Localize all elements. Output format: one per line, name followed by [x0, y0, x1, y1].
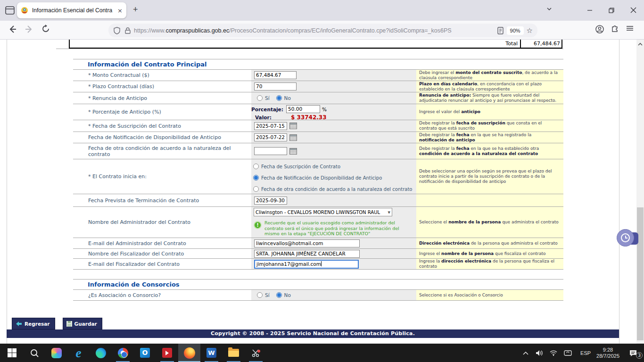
scrollbar-up-icon[interactable]: [638, 42, 643, 46]
text-input[interactable]: 2025-09-30: [254, 197, 287, 205]
field-label: * Fecha de Suscripción del Contrato: [88, 123, 181, 129]
floating-clock-widget[interactable]: [617, 229, 639, 248]
calendar-icon[interactable]: [289, 148, 297, 155]
taskbar-search[interactable]: [23, 344, 45, 362]
help-text: Seleccione el nombre de la persona que a…: [419, 220, 559, 225]
text-input[interactable]: [254, 147, 287, 155]
chrome-icon: [118, 348, 128, 358]
forward-icon[interactable]: [25, 25, 36, 36]
lock-icon[interactable]: [124, 27, 131, 34]
valor-anticipo: $ 33742.33: [291, 114, 327, 121]
divider: [56, 49, 563, 49]
section-title-consorcios: Información de Consorcios: [73, 279, 563, 290]
restore-button[interactable]: [601, 6, 622, 15]
tray-clock[interactable]: 9:2828/7/2025: [596, 347, 619, 359]
start-icon: [8, 348, 17, 357]
taskbar-file-explorer[interactable]: [223, 344, 245, 362]
extensions-icon[interactable]: [611, 25, 619, 34]
text-input[interactable]: jimjohanna17@gmail.com: [254, 260, 359, 269]
scrollbar-thumb[interactable]: [637, 207, 644, 340]
tray-language[interactable]: ESP: [580, 350, 591, 356]
taskbar-snipping-tool[interactable]: [245, 344, 267, 362]
zoom-level-badge[interactable]: 90%: [507, 26, 524, 35]
radio-button[interactable]: [257, 292, 263, 298]
search-icon: [30, 348, 39, 358]
shield-icon[interactable]: [113, 27, 121, 34]
calendar-icon[interactable]: [289, 134, 297, 141]
new-tab-button[interactable]: +: [133, 5, 138, 15]
help-cell: Debe seleccionar una opción según se pre…: [416, 159, 563, 194]
help-text: Debe registrar la fecha de suscripción q…: [419, 121, 561, 131]
reload-icon[interactable]: [41, 25, 53, 36]
taskbar-start[interactable]: [1, 344, 23, 362]
text-input[interactable]: 67,484.67: [254, 71, 297, 79]
form-row-4: * Fecha de Suscripción del Contrato2025-…: [73, 120, 563, 132]
word-icon: W: [206, 348, 216, 358]
administrador-select[interactable]: Cliwinsgton - CEVALLOS MORENO LIWINSGTON…: [254, 208, 392, 216]
form-row-0: * Monto Contractual ($)67,484.67Debe ing…: [73, 70, 563, 81]
form-row-11: Nombre del Fiscalizador del ContratoSRTA…: [73, 249, 563, 259]
firefox-view-icon[interactable]: [5, 6, 15, 15]
help-text: Seleccione si es Asociación o Consorcio: [419, 293, 503, 298]
field-control: 2025-09-30: [251, 194, 416, 206]
help-cell: [416, 194, 563, 206]
notification-count: 3: [636, 352, 643, 359]
total-label: Total: [70, 40, 520, 48]
taskbar-acrobat[interactable]: [156, 344, 178, 362]
tray-wifi-icon[interactable]: [546, 350, 561, 356]
radio-button[interactable]: [276, 292, 282, 298]
form-rows: * Monto Contractual ($)67,484.67Debe ing…: [73, 70, 563, 270]
back-icon[interactable]: [8, 25, 19, 36]
url-text[interactable]: https://www.compraspublicas.gob.ec/Proce…: [134, 27, 497, 34]
text-input[interactable]: 2025-07-15: [254, 122, 287, 130]
browser-tab[interactable]: Información Esencial del Contra ×: [17, 2, 126, 18]
radio-button[interactable]: [276, 95, 282, 101]
radio-button[interactable]: [253, 164, 259, 169]
taskbar-copilot[interactable]: [45, 344, 67, 362]
help-cell: Seleccione el nombre de la persona que a…: [416, 207, 563, 238]
field-control: jimjohanna17@gmail.com: [251, 259, 416, 269]
text-input[interactable]: liwincevallos@hotmail.com: [254, 239, 360, 247]
radio-button[interactable]: [257, 95, 263, 101]
taskbar-internet-explorer[interactable]: e: [67, 344, 90, 362]
text-input[interactable]: 50.00: [286, 105, 320, 113]
taskbar-word[interactable]: W: [200, 344, 223, 362]
tray-volume-icon[interactable]: [532, 350, 546, 356]
taskbar-edge[interactable]: [90, 344, 112, 362]
file-explorer-icon: [228, 349, 239, 357]
acrobat-icon: [162, 348, 172, 358]
close-button[interactable]: [622, 6, 644, 15]
calendar-icon[interactable]: [289, 123, 297, 129]
url-bar[interactable]: https://www.compraspublicas.gob.ec/Proce…: [108, 24, 537, 37]
field-control: SRTA. JOHANNA JIMÉNEZ CANDELAR: [251, 249, 416, 258]
taskbar-chrome[interactable]: [112, 344, 134, 362]
notification-center-icon[interactable]: 3: [626, 349, 640, 357]
taskbar-outlook[interactable]: O: [134, 344, 156, 362]
regresar-button[interactable]: Regresar: [12, 318, 55, 329]
tab-list-icon[interactable]: [546, 6, 553, 12]
radio-button[interactable]: [253, 175, 259, 181]
text-input[interactable]: 2025-07-22: [254, 133, 287, 141]
menu-hamburger-icon[interactable]: [626, 25, 634, 34]
field-control: [251, 143, 416, 159]
radio-button[interactable]: [253, 186, 259, 192]
reader-mode-icon[interactable]: [497, 27, 504, 34]
tray-display-icon[interactable]: [561, 350, 575, 356]
text-input[interactable]: SRTA. JOHANNA JIMÉNEZ CANDELAR: [254, 250, 360, 258]
field-label: * Renuncia de Anticipo: [88, 95, 147, 101]
guardar-button[interactable]: Guardar: [63, 318, 102, 329]
account-icon[interactable]: [595, 25, 604, 34]
copilot-icon: [51, 348, 62, 358]
web-page: Total 67,484.67 Información del Contrato…: [0, 40, 644, 344]
section-title-contrato-principal: Información del Contrato Principal: [73, 59, 563, 70]
tab-close-icon[interactable]: ×: [117, 7, 123, 14]
bookmark-star-icon[interactable]: ☆: [527, 26, 533, 35]
taskbar-firefox[interactable]: [178, 344, 200, 362]
text-input[interactable]: 70: [254, 82, 297, 90]
help-text: Debe ingresar el monto del contrato susc…: [419, 70, 561, 81]
help-text: Dirección electrónica de la persona que …: [419, 241, 558, 246]
form-row-8: Fecha Prevista de Terminación de Contrat…: [73, 194, 563, 207]
tray-chevron-icon[interactable]: [519, 351, 532, 355]
page-scrollbar[interactable]: [636, 40, 644, 344]
minimize-button[interactable]: [579, 6, 601, 15]
